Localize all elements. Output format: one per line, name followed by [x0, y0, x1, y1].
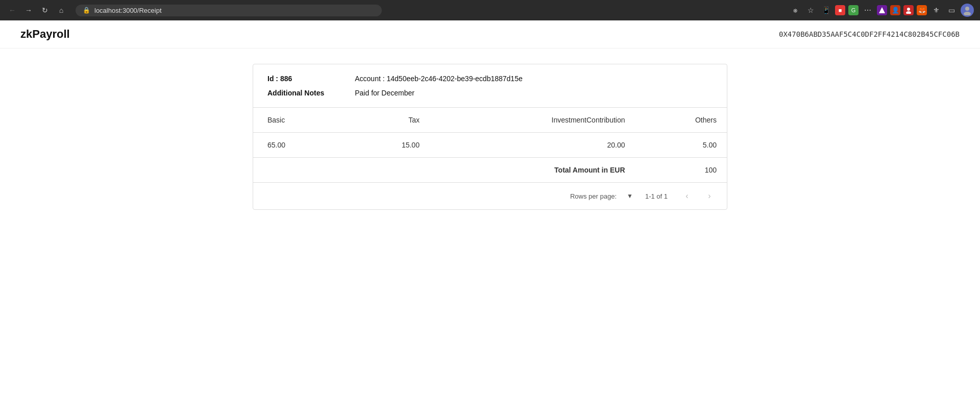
address-bar[interactable]: 🔒 localhost:3000/Receipt — [76, 5, 382, 16]
svg-marker-0 — [879, 7, 885, 13]
id-label: Id : 886 — [267, 75, 292, 83]
puzzle-icon[interactable]: ⚜ — [930, 4, 942, 16]
cat-extension-icon[interactable]: 🦊 — [917, 5, 927, 15]
url-text: localhost:3000/Receipt — [94, 7, 162, 14]
main-content: Id : 886 Additional Notes Account : 14d5… — [0, 48, 980, 225]
col-tax: Tax — [346, 108, 430, 133]
back-button[interactable]: ← — [6, 4, 18, 16]
profile-icon[interactable] — [961, 4, 974, 17]
cell-investment: 20.00 — [430, 133, 635, 158]
notes-value: Paid for December — [355, 89, 414, 97]
share-icon[interactable]: ⎈ — [789, 4, 801, 16]
rows-per-page-select[interactable]: ▼ — [625, 192, 633, 200]
svg-point-1 — [907, 8, 910, 11]
pagination-row: Rows per page: ▼ 1-1 of 1 ‹ › — [253, 183, 727, 209]
table-row: 65.00 15.00 20.00 5.00 — [253, 133, 727, 158]
total-row: Total Amount in EUR 100 — [253, 158, 727, 183]
pagination-prev-button[interactable]: ‹ — [680, 189, 694, 203]
forward-button[interactable]: → — [22, 4, 35, 16]
col-others: Others — [635, 108, 727, 133]
total-value: 100 — [635, 158, 727, 183]
reload-button[interactable]: ↻ — [39, 4, 51, 16]
id-row: Id : 886 — [267, 75, 324, 83]
table-body: 65.00 15.00 20.00 5.00 Total Amount in E… — [253, 133, 727, 183]
split-view-icon[interactable]: ▭ — [945, 4, 958, 16]
rows-per-page-label: Rows per page: — [570, 192, 617, 200]
notes-label: Additional Notes — [267, 89, 324, 97]
account-block: Account : 14d50eeb-2c46-4202-be39-ecdb18… — [355, 75, 523, 97]
accounts-extension-icon[interactable]: 👤 — [890, 5, 900, 15]
purple-extension-icon[interactable] — [877, 5, 887, 15]
app-logo[interactable]: zkPayroll — [20, 28, 70, 41]
dots-icon[interactable]: ⋯ — [862, 4, 874, 16]
total-label: Total Amount in EUR — [430, 158, 635, 183]
red-extension-icon[interactable]: ■ — [835, 5, 845, 15]
account-value: Account : 14d50eeb-2c46-4202-be39-ecdb18… — [355, 75, 523, 83]
phone-icon[interactable]: 📱 — [820, 4, 832, 16]
app-header: zkPayroll 0X470B6ABD35AAF5C4C0DF2FF4214C… — [0, 20, 980, 48]
total-empty-1 — [253, 158, 346, 183]
notes-row: Additional Notes — [267, 89, 324, 97]
green-extension-icon[interactable]: G — [848, 5, 859, 15]
pagination-info: 1-1 of 1 — [645, 192, 668, 200]
pagination-next-button[interactable]: › — [702, 189, 717, 203]
col-investment: InvestmentContribution — [430, 108, 635, 133]
account-row: Account : 14d50eeb-2c46-4202-be39-ecdb18… — [355, 75, 523, 83]
notes-value-row: Paid for December — [355, 89, 523, 97]
cell-basic: 65.00 — [253, 133, 346, 158]
table-header: Basic Tax InvestmentContribution Others — [253, 108, 727, 133]
browser-right-icons: ⎈ ☆ 📱 ■ G ⋯ 👤 🦊 ⚜ ▭ — [789, 4, 974, 17]
info-section: Id : 886 Additional Notes Account : 14d5… — [253, 64, 727, 108]
lock-icon: 🔒 — [83, 7, 90, 14]
table-header-row: Basic Tax InvestmentContribution Others — [253, 108, 727, 133]
browser-chrome: ← → ↻ ⌂ 🔒 localhost:3000/Receipt ⎈ ☆ 📱 ■… — [0, 0, 980, 20]
id-block: Id : 886 Additional Notes — [267, 75, 324, 97]
user-extension-icon[interactable] — [903, 5, 914, 15]
cell-others: 5.00 — [635, 133, 727, 158]
data-table: Basic Tax InvestmentContribution Others … — [253, 108, 727, 183]
home-button[interactable]: ⌂ — [55, 4, 67, 16]
receipt-card: Id : 886 Additional Notes Account : 14d5… — [253, 64, 727, 210]
rows-per-page-dropdown-icon[interactable]: ▼ — [627, 192, 633, 200]
col-basic: Basic — [253, 108, 346, 133]
svg-point-4 — [964, 12, 971, 15]
wallet-address: 0X470B6ABD35AAF5C4C0DF2FF4214C802B45CFC0… — [779, 30, 960, 38]
svg-point-3 — [965, 7, 969, 11]
star-icon[interactable]: ☆ — [804, 4, 817, 16]
total-empty-2 — [346, 158, 430, 183]
cell-tax: 15.00 — [346, 133, 430, 158]
svg-point-2 — [906, 11, 911, 14]
